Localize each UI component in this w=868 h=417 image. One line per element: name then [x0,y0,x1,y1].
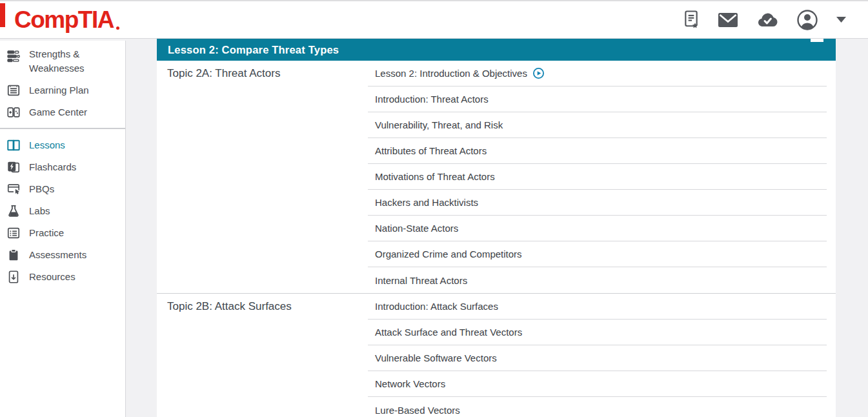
game-center-icon [6,105,21,119]
lesson-item-label: Lure-Based Vectors [375,405,460,416]
sidebar-item-lessons[interactable]: Lessons [0,134,125,156]
sidebar-item-practice[interactable]: Practice [0,222,125,244]
sidebar-item-learning-plan[interactable]: Learning Plan [0,79,125,101]
labs-flask-icon [6,204,21,218]
topic-lesson-list: Lesson 2: Introduction & Objectives Intr… [368,61,836,293]
lessons-book-icon [6,138,21,152]
practice-list-icon [6,226,21,240]
learning-plan-icon [6,83,21,97]
lesson-item[interactable]: Vulnerability, Threat, and Risk [368,112,827,138]
lesson-item-label: Vulnerable Software Vectors [375,352,497,363]
sidebar-item-label: Game Center [29,105,87,119]
sidebar-item-label: Learning Plan [29,83,89,97]
lesson-item[interactable]: Internal Threat Actors [368,267,827,293]
topic-section-2b: Topic 2B: Attack Surfaces Introduction: … [157,294,836,417]
sidebar-item-flashcards[interactable]: Flashcards [0,156,125,178]
sidebar-item-label: Assessments [29,248,86,262]
lesson-item-label: Hackers and Hacktivists [375,197,478,208]
lesson-item[interactable]: Organized Crime and Competitors [368,241,827,267]
sidebar-item-label: Lessons [29,138,65,152]
topic-left-column: Topic 2B: Attack Surfaces [157,294,368,417]
lesson-item[interactable]: Hackers and Hacktivists [368,190,827,216]
lesson-item-label: Organized Crime and Competitors [375,249,522,259]
sidebar-section-divider [0,128,125,129]
strengths-weaknesses-icon [6,49,21,63]
sidebar-item-label: Resources [29,270,76,284]
collapse-lesson-button[interactable] [811,39,823,42]
assessments-clipboard-icon [6,248,21,262]
lesson-title: Lesson 2: Compare Threat Types [168,44,339,56]
sidebar-item-label: Practice [29,226,64,240]
flashcards-icon [6,160,21,174]
header-icon-group [683,9,846,31]
comptia-logo-text: CompTIA [14,6,114,33]
brand-red-strip [0,3,5,27]
lesson-item-label: Attributes of Threat Actors [375,145,487,156]
pbqs-icon [6,182,21,196]
lesson-item-label: Nation-State Actors [375,223,458,234]
account-icon[interactable] [796,9,818,31]
lesson-item[interactable]: Lesson 2: Introduction & Objectives [368,61,827,86]
lesson-item[interactable]: Introduction: Threat Actors [368,86,827,112]
lesson-item-label: Introduction: Threat Actors [375,94,489,105]
lesson-item[interactable]: Lure-Based Vectors [368,397,827,417]
lesson-item-label: Internal Threat Actors [375,275,467,286]
topic-title: Topic 2A: Threat Actors [167,67,358,80]
resources-download-icon [6,270,21,284]
lesson-item[interactable]: Network Vectors [368,371,827,397]
sidebar-item-resources[interactable]: Resources [0,266,125,288]
lesson-item[interactable]: Vulnerable Software Vectors [368,345,827,371]
sidebar-item-assessments[interactable]: Assessments [0,244,125,266]
topic-lesson-list: Introduction: Attack Surfaces Attack Sur… [368,294,836,417]
topic-title: Topic 2B: Attack Surfaces [167,300,358,313]
lesson-item[interactable]: Motivations of Threat Actors [368,164,827,190]
play-video-icon[interactable] [533,68,544,79]
comptia-logo[interactable]: CompTIA [14,8,114,32]
caret-down-icon[interactable] [836,17,846,23]
sidebar-item-label: Labs [29,204,50,218]
lesson-item-label: Motivations of Threat Actors [375,171,495,182]
lesson-item[interactable]: Attributes of Threat Actors [368,138,827,164]
sidebar-item-label: Flashcards [29,160,76,174]
lesson-panel: Lesson 2: Compare Threat Types Topic 2A:… [157,39,836,417]
lesson-item-label: Introduction: Attack Surfaces [375,301,498,312]
lesson-item[interactable]: Nation-State Actors [368,216,827,241]
sidebar-nav: Strengths & Weaknesses Learning Plan Gam… [0,41,126,417]
lesson-item[interactable]: Attack Surface and Threat Vectors [368,320,827,345]
lesson-item-label: Lesson 2: Introduction & Objectives [375,68,527,79]
top-header: CompTIA [0,0,868,39]
lesson-header-bar: Lesson 2: Compare Threat Types [157,39,836,61]
sidebar-item-pbqs[interactable]: PBQs [0,178,125,200]
topic-left-column: Topic 2A: Threat Actors [157,61,368,293]
topic-section-2a: Topic 2A: Threat Actors Lesson 2: Introd… [157,61,836,294]
messages-envelope-icon[interactable] [718,12,738,28]
lesson-item[interactable]: Introduction: Attack Surfaces [368,294,827,320]
sidebar-item-labs[interactable]: Labs [0,200,125,222]
registered-mark-dot [116,26,119,30]
sidebar-item-label: Strengths & Weaknesses [29,47,105,76]
lesson-item-label: Network Vectors [375,378,445,389]
cloud-sync-icon[interactable] [756,12,778,28]
lesson-item-label: Vulnerability, Threat, and Risk [375,119,503,130]
sidebar-item-game-center[interactable]: Game Center [0,101,125,123]
sidebar-item-strengths-weaknesses[interactable]: Strengths & Weaknesses [0,43,125,79]
transcript-document-icon[interactable] [683,10,700,30]
sidebar-item-label: PBQs [29,182,54,196]
lesson-item-label: Attack Surface and Threat Vectors [375,327,522,338]
